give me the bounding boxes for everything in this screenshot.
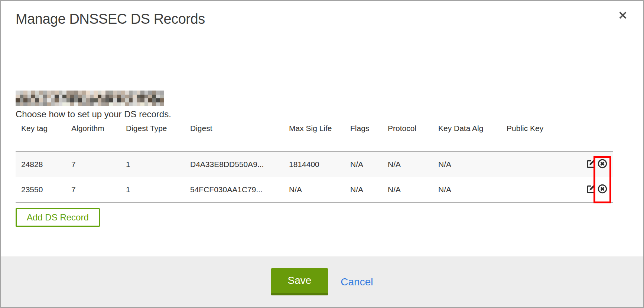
ds-records-table: Key tag Algorithm Digest Type Digest Max… xyxy=(16,121,613,203)
redacted-domain-name xyxy=(16,91,164,106)
cell-key-data-alg: N/A xyxy=(438,151,507,177)
remove-icon xyxy=(597,184,608,194)
col-flags: Flags xyxy=(350,121,388,151)
cell-max-sig-life: 1814400 xyxy=(289,151,350,177)
cell-actions xyxy=(571,177,613,203)
dialog-body: Manage DNSSEC DS Records Choose how to s… xyxy=(1,1,643,256)
cell-digest-type: 1 xyxy=(126,151,190,177)
cell-key-tag: 24828 xyxy=(16,151,71,177)
edit-record-button[interactable] xyxy=(586,158,596,169)
close-button[interactable] xyxy=(617,10,628,22)
cell-key-data-alg: N/A xyxy=(438,177,507,203)
remove-icon xyxy=(597,158,608,169)
col-max-sig-life: Max Sig Life xyxy=(289,121,350,151)
col-public-key: Public Key xyxy=(507,121,571,151)
remove-record-button[interactable] xyxy=(597,184,608,194)
col-actions xyxy=(571,121,613,151)
close-icon xyxy=(618,10,628,22)
col-key-tag: Key tag xyxy=(16,121,71,151)
cell-protocol: N/A xyxy=(388,177,438,203)
ds-records-table-wrap: Key tag Algorithm Digest Type Digest Max… xyxy=(16,121,613,203)
page-title: Manage DNSSEC DS Records xyxy=(16,11,628,27)
cell-algorithm: 7 xyxy=(71,151,126,177)
cell-algorithm: 7 xyxy=(71,177,126,203)
col-digest: Digest xyxy=(190,121,289,151)
cancel-link[interactable]: Cancel xyxy=(341,276,373,288)
col-algorithm: Algorithm xyxy=(71,121,126,151)
edit-icon xyxy=(586,158,596,169)
remove-record-button[interactable] xyxy=(597,158,608,169)
table-row: 24828 7 1 D4A33E8DD550A9... 1814400 N/A … xyxy=(16,151,613,177)
cell-digest: D4A33E8DD550A9... xyxy=(190,151,289,177)
col-digest-type: Digest Type xyxy=(126,121,190,151)
col-key-data-alg: Key Data Alg xyxy=(438,121,507,151)
cell-digest: 54FCF030AA1C79... xyxy=(190,177,289,203)
table-header-row: Key tag Algorithm Digest Type Digest Max… xyxy=(16,121,613,151)
cell-public-key xyxy=(507,177,571,203)
cell-digest-type: 1 xyxy=(126,177,190,203)
cell-max-sig-life: N/A xyxy=(289,177,350,203)
dialog-footer: Save Cancel xyxy=(1,256,643,307)
col-protocol: Protocol xyxy=(388,121,438,151)
instruction-text: Choose how to set up your DS records. xyxy=(16,109,628,119)
edit-record-button[interactable] xyxy=(586,184,596,194)
cell-flags: N/A xyxy=(350,151,388,177)
add-ds-record-button[interactable]: Add DS Record xyxy=(16,208,100,227)
save-button[interactable]: Save xyxy=(271,268,328,295)
cell-public-key xyxy=(507,151,571,177)
cell-actions xyxy=(571,151,613,177)
cell-flags: N/A xyxy=(350,177,388,203)
edit-icon xyxy=(586,184,596,194)
cell-key-tag: 23550 xyxy=(16,177,71,203)
manage-dnssec-dialog: Manage DNSSEC DS Records Choose how to s… xyxy=(0,0,644,308)
table-row: 23550 7 1 54FCF030AA1C79... N/A N/A N/A … xyxy=(16,177,613,203)
cell-protocol: N/A xyxy=(388,151,438,177)
